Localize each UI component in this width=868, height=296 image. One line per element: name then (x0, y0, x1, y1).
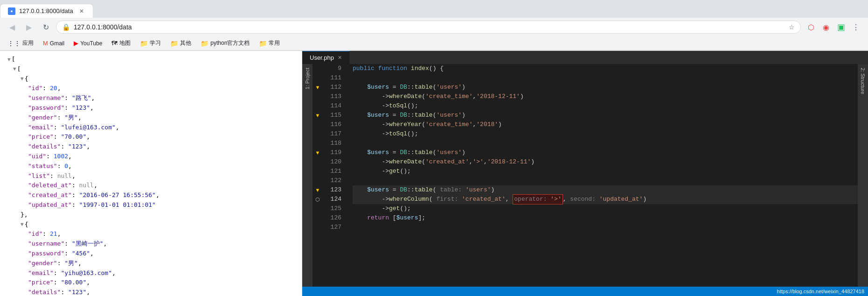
tab-close-btn[interactable]: ✕ (78, 7, 85, 15)
json-uid: "uid": 1002, (0, 152, 302, 162)
bookmark-maps[interactable]: 🗺 地图 (108, 38, 134, 48)
ln-126: 126 (323, 213, 345, 223)
json-line-array-start: ▼ [ (0, 64, 302, 74)
bookmark-other[interactable]: 📁 其他 (167, 38, 195, 48)
toggle-obj1[interactable]: ▼ (21, 75, 24, 83)
json-deleted-at: "deleted_at": null, (0, 181, 302, 190)
ln-120: 120 (323, 157, 345, 167)
apps-icon: ⋮⋮ (7, 40, 21, 47)
bookmark-study[interactable]: 📁 学习 (136, 38, 165, 48)
study-label: 学习 (150, 39, 161, 47)
status-url: https://blog.csdn.net/weixin_44827418 (777, 289, 864, 294)
editor-main: 1: Project ▼ ▼ ▼ (302, 64, 868, 287)
fold-114 (312, 101, 323, 111)
code-line-111 (353, 73, 858, 83)
fold-113 (312, 92, 323, 101)
ln-111: 111 (323, 73, 345, 83)
bookmark-apps[interactable]: ⋮⋮ 应用 (4, 38, 37, 48)
fold-gutter: ▼ ▼ ▼ ▼ ⬡ (312, 64, 323, 287)
code-line-115: $users = DB::table('users') (353, 111, 858, 120)
arrow-down-119: ▼ (315, 150, 320, 155)
browser-tab[interactable]: ● 127.0.0.1:8000/data ✕ (0, 4, 93, 18)
tab-bar: ● 127.0.0.1:8000/data ✕ (0, 0, 868, 18)
json-username: "username": "路飞", (0, 93, 302, 103)
highlight-operator: operator: '>' (513, 194, 562, 204)
json-panel[interactable]: ▼ [ ▼ [ ▼ { "id": 20, "username": "路飞", … (0, 51, 302, 296)
ln-121: 121 (323, 167, 345, 176)
ln-127: 127 (323, 223, 345, 232)
fold-111 (312, 73, 323, 83)
fold-126 (312, 213, 323, 223)
other-label: 其他 (180, 39, 191, 47)
fold-arrow-119: ▼ (312, 148, 323, 157)
json-created-at: "created_at": "2016-06-27 16:55:56", (0, 190, 302, 200)
editor-panel: User.php ✕ 1: Project ▼ ▼ (302, 51, 868, 296)
code-line-114: ->toSql(); (353, 101, 858, 111)
status-bar: https://blog.csdn.net/weixin_44827418 (302, 287, 868, 296)
fold-125 (312, 204, 323, 213)
json-obj-end: }, (0, 210, 302, 220)
bookmark-gmail[interactable]: M Gmail (39, 39, 68, 48)
ln-125: 125 (323, 204, 345, 213)
toggle-root[interactable]: ▼ (7, 56, 11, 64)
code-line-125: ->get(); (353, 204, 858, 213)
maps-label: 地图 (119, 39, 131, 47)
bookmark-star-icon[interactable]: ☆ (789, 23, 795, 31)
editor-tabs: User.php ✕ (302, 51, 868, 64)
code-line-113: ->whereDate('create_time','2018-12-11') (353, 92, 858, 101)
back-button[interactable]: ◀ (6, 21, 19, 34)
json-obj2-start: ▼ { (0, 220, 302, 230)
json-status: "status": 0, (0, 162, 302, 171)
code-line-112: $users = DB::table('users') (353, 83, 858, 92)
lock-icon: 🔒 (62, 23, 70, 31)
nav-bar: ◀ ▶ ↻ 🔒 127.0.0.1:8000/data ☆ ⬡ ◉ ▣ ⋮ (0, 18, 868, 36)
ln-122: 122 (323, 176, 345, 185)
reload-button[interactable]: ↻ (39, 21, 52, 34)
bookmark-python[interactable]: 📁 python官方文档 (197, 38, 253, 48)
ln-119: 119 (323, 148, 345, 157)
editor-sidebar-left: 1: Project (302, 64, 312, 287)
code-line-120: ->whereDate('created_at','>','2018-12-11… (353, 157, 858, 167)
gmail-icon: M (43, 40, 48, 47)
json-list: "list": null, (0, 171, 302, 181)
bookmarks-bar: ⋮⋮ 应用 M Gmail ▶ YouTube 🗺 地图 📁 学习 📁 其他 📁… (0, 36, 868, 50)
arrow-down-112: ▼ (315, 85, 320, 90)
fold-127 (312, 223, 323, 232)
bookmark-youtube[interactable]: ▶ YouTube (70, 39, 106, 48)
json-line-root: ▼ [ (0, 55, 302, 64)
browser-chrome: ● 127.0.0.1:8000/data ✕ ◀ ▶ ↻ 🔒 127.0.0.… (0, 0, 868, 51)
editor-sidebar-right: 2: Structure (858, 64, 868, 287)
profile-button[interactable]: ▣ (834, 21, 847, 34)
json-email: "email": "lufei@163.com", (0, 123, 302, 133)
project-tab[interactable]: 1: Project (305, 64, 310, 93)
folder-icon-other: 📁 (170, 40, 178, 47)
common-label: 常用 (269, 39, 280, 47)
toggle-obj2[interactable]: ▼ (21, 220, 24, 229)
opera-button[interactable]: ◉ (819, 21, 833, 34)
address-bar[interactable]: 🔒 127.0.0.1:8000/data ☆ (56, 21, 801, 34)
fold-124-marker: ⬡ (312, 195, 323, 204)
editor-tab-close[interactable]: ✕ (338, 55, 342, 61)
url-display: 127.0.0.1:8000/data (74, 23, 785, 31)
youtube-label: YouTube (80, 40, 102, 47)
forward-button[interactable]: ▶ (22, 21, 35, 34)
extensions-button[interactable]: ⬡ (805, 21, 818, 34)
json-password: "password": "123", (0, 103, 302, 113)
bookmark-common[interactable]: 📁 常用 (255, 38, 284, 48)
fold-116 (312, 120, 323, 129)
menu-button[interactable]: ⋮ (849, 21, 862, 34)
code-line-119: $users = DB::table('users') (353, 148, 858, 157)
youtube-icon: ▶ (74, 40, 78, 47)
tab-title: 127.0.0.1:8000/data (19, 7, 74, 14)
structure-tab[interactable]: 2: Structure (860, 64, 866, 98)
fold-arrow-123: ▼ (312, 185, 323, 195)
arrow-down-115: ▼ (315, 113, 320, 118)
editor-tab-userphp[interactable]: User.php ✕ (302, 51, 350, 64)
gmail-label: Gmail (50, 40, 64, 47)
toggle-arr[interactable]: ▼ (13, 65, 16, 73)
code-line-127 (353, 223, 858, 232)
python-label: python官方文档 (210, 39, 250, 47)
code-content[interactable]: public function index() { $users = DB::t… (349, 64, 858, 287)
code-line-123: $users = DB::table( table: 'users') (353, 185, 858, 195)
maps-icon: 🗺 (111, 40, 118, 47)
